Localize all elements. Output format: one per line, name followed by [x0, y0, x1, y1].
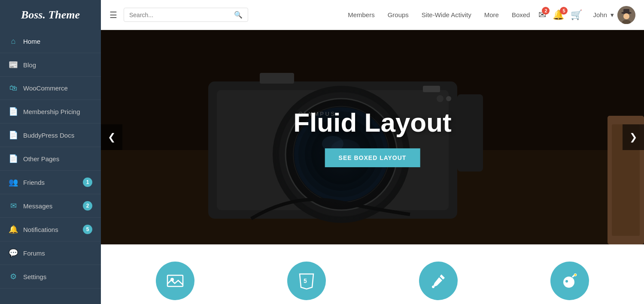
hero-slider: O L Y M P U S ❮ Fluid Layout SEE BOXED L… [101, 30, 644, 244]
sidebar-label-otherpages: Other Pages [23, 155, 59, 163]
svg-point-3 [623, 13, 629, 19]
membership-icon: 📄 [9, 107, 18, 116]
mail-button[interactable]: ✉ 2 [538, 9, 546, 21]
sidebar-label-blog: Blog [23, 61, 36, 69]
search-icon: 🔍 [234, 11, 243, 19]
nav-link-more[interactable]: More [484, 11, 499, 18]
bell-badge: 5 [560, 7, 568, 15]
sidebar-item-forums[interactable]: 💬 Forums [0, 241, 101, 265]
avatar [617, 6, 635, 24]
home-icon: ⌂ [9, 37, 18, 46]
nav-link-boxed[interactable]: Boxed [512, 11, 530, 18]
buddypress-icon: 📄 [9, 130, 18, 140]
mail-badge: 2 [542, 7, 550, 15]
hero-prev-button[interactable]: ❮ [101, 124, 122, 150]
hero-cta-button[interactable]: SEE BOXED LAYOUT [325, 148, 420, 167]
sidebar-label-membership: Membership Pricing [23, 108, 80, 115]
features-row: EXPERIENCE DESIGN 5 CLEAN HTML5/CSS3 [101, 244, 644, 304]
hero-content: Fluid Layout SEE BOXED LAYOUT [293, 107, 452, 167]
messages-badge: 2 [83, 201, 92, 211]
main-content: O L Y M P U S ❮ Fluid Layout SEE BOXED L… [101, 30, 644, 304]
arrow-right-icon: ❯ [629, 132, 637, 143]
main-layout: ⌂ Home 📰 Blog 🛍 WooCommerce 📄 Membership… [0, 30, 644, 304]
search-input[interactable] [129, 12, 234, 18]
chevron-down-icon: ▾ [611, 11, 614, 19]
otherpages-icon: 📄 [9, 154, 18, 163]
notifications-badge: 5 [83, 225, 92, 234]
blog-icon: 📰 [9, 60, 18, 69]
arrow-left-icon: ❮ [108, 132, 115, 143]
sidebar-item-settings[interactable]: ⚙ Settings [0, 265, 101, 289]
svg-text:5: 5 [304, 277, 307, 284]
hamburger-button[interactable]: ☰ [109, 10, 117, 20]
sidebar-item-membership[interactable]: 📄 Membership Pricing [0, 100, 101, 123]
feature-icon-image [156, 262, 194, 300]
user-menu[interactable]: John ▾ [593, 6, 635, 24]
sidebar-item-buddypress[interactable]: 📄 BuddyPress Docs [0, 123, 101, 147]
hero-title: Fluid Layout [293, 107, 452, 138]
sidebar-item-messages[interactable]: ✉ Messages 2 [0, 194, 101, 218]
sidebar-label-buddypress: BuddyPress Docs [23, 132, 74, 139]
feature-icon-bomb [550, 262, 589, 300]
hero-next-button[interactable]: ❯ [623, 124, 644, 150]
user-name: John [593, 11, 607, 18]
nav-link-members[interactable]: Members [348, 11, 375, 18]
feature-experience: EXPERIENCE DESIGN [109, 262, 241, 304]
woocommerce-icon: 🛍 [9, 84, 18, 93]
feature-icon-html5: 5 [287, 262, 326, 300]
feature-html5: 5 CLEAN HTML5/CSS3 [241, 262, 372, 304]
nav-link-groups[interactable]: Groups [388, 11, 409, 18]
sidebar-item-blog[interactable]: 📰 Blog [0, 53, 101, 77]
notifications-icon: 🔔 [9, 225, 18, 234]
logo-text: Boss. Theme [21, 9, 80, 21]
search-bar: 🔍 [124, 8, 248, 22]
svg-rect-2 [623, 9, 629, 13]
site-logo[interactable]: Boss. Theme [0, 0, 101, 30]
friends-icon: 👥 [9, 178, 18, 187]
svg-point-38 [565, 280, 568, 283]
sidebar-label-friends: Friends [23, 179, 45, 186]
sidebar-label-messages: Messages [23, 202, 52, 210]
sidebar-item-notifications[interactable]: 🔔 Notifications 5 [0, 218, 101, 241]
sidebar-item-otherpages[interactable]: 📄 Other Pages [0, 147, 101, 171]
friends-badge: 1 [83, 178, 92, 187]
sidebar-label-woocommerce: WooCommerce [23, 84, 68, 92]
forums-icon: 💬 [9, 248, 18, 258]
messages-icon: ✉ [9, 201, 18, 211]
nav-link-sitewide[interactable]: Site-Wide Activity [422, 11, 471, 18]
sidebar-item-home[interactable]: ⌂ Home [0, 30, 101, 53]
feature-icon-dropper [419, 262, 458, 300]
sidebar-item-woocommerce[interactable]: 🛍 WooCommerce [0, 77, 101, 100]
settings-icon: ⚙ [9, 272, 18, 281]
cart-button[interactable]: 🛒 [571, 9, 582, 21]
feature-colors: UNLIMITED COLORS [373, 262, 504, 304]
top-navigation: Boss. Theme ☰ 🔍 Members Groups Site-Wide… [0, 0, 644, 30]
sidebar-label-notifications: Notifications [23, 226, 58, 233]
sidebar-label-home: Home [23, 38, 40, 45]
sidebar: ⌂ Home 📰 Blog 🛍 WooCommerce 📄 Membership… [0, 30, 101, 304]
main-nav-links: Members Groups Site-Wide Activity More B… [348, 11, 530, 18]
bell-button[interactable]: 🔔 5 [553, 9, 564, 21]
svg-point-37 [574, 274, 577, 276]
feature-schemes: 8 PREDEFINED SCHEMES [504, 262, 635, 304]
sidebar-item-friends[interactable]: 👥 Friends 1 [0, 171, 101, 194]
cart-icon: 🛒 [571, 9, 582, 20]
sidebar-label-settings: Settings [23, 273, 46, 280]
nav-icon-group: ✉ 2 🔔 5 🛒 John ▾ [538, 6, 635, 24]
svg-point-34 [432, 286, 434, 288]
svg-point-35 [563, 277, 574, 288]
sidebar-label-forums: Forums [23, 250, 45, 257]
